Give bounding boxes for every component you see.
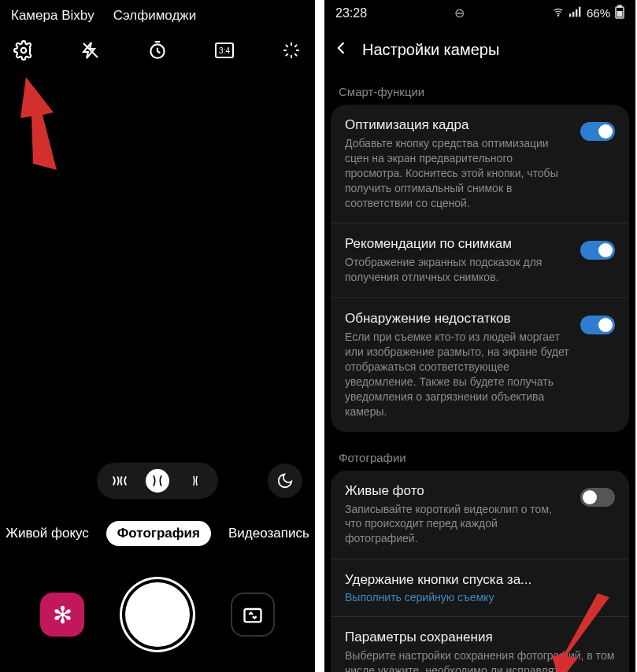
toggle-flaw-detection[interactable] <box>580 316 615 334</box>
night-mode-icon[interactable] <box>268 463 302 498</box>
status-icons: 66% <box>552 5 624 21</box>
gallery-thumbnail[interactable]: ✻ <box>40 593 84 637</box>
battery-percent: 66% <box>587 6 610 20</box>
switch-camera-icon[interactable] <box>231 593 275 637</box>
effects-icon[interactable] <box>279 38 304 63</box>
setting-title: Удержание кнопки спуска за... <box>345 572 615 588</box>
svg-rect-12 <box>618 6 621 7</box>
status-time: 23:28 <box>335 6 367 20</box>
mode-video[interactable]: Видеозапись <box>228 526 309 541</box>
timer-off-icon[interactable] <box>145 38 170 63</box>
setting-desc: Выберите настройки сохранения фотографий… <box>345 648 615 672</box>
svg-rect-13 <box>617 11 622 17</box>
setting-save-options[interactable]: Параметры сохранения Выберите настройки … <box>331 617 629 672</box>
toggle-motion-photo[interactable] <box>580 488 615 507</box>
setting-title: Параметры сохранения <box>345 630 615 645</box>
gear-icon[interactable] <box>11 38 36 63</box>
tab-bixby-camera[interactable]: Камера Bixby <box>11 8 94 24</box>
back-icon[interactable] <box>334 40 350 60</box>
pointer-arrow-settings <box>14 69 77 172</box>
svg-text:3:4: 3:4 <box>219 46 230 55</box>
setting-title: Живые фото <box>345 483 571 499</box>
section-smart-label: Смарт-функции <box>324 77 635 105</box>
setting-desc: Отображение экранных подсказок для получ… <box>345 255 571 285</box>
setting-shutter-hold[interactable]: Удержание кнопки спуска за... Выполнить … <box>331 559 629 617</box>
setting-scene-optimizer[interactable]: Оптимизация кадра Добавьте кнопку средст… <box>331 105 629 223</box>
setting-desc: Если при съемке кто-то из людей моргает … <box>345 330 571 419</box>
svg-point-6 <box>557 15 558 16</box>
setting-shot-suggestions[interactable]: Рекомендации по снимкам Отображение экра… <box>331 223 629 298</box>
svg-rect-5 <box>245 609 261 622</box>
setting-desc: Добавьте кнопку средства оптимизации сце… <box>345 136 571 210</box>
zoom-wide-icon[interactable] <box>146 469 169 493</box>
setting-title: Рекомендации по снимкам <box>345 236 571 252</box>
aspect-ratio-icon[interactable]: 3:4 <box>212 38 237 63</box>
svg-rect-10 <box>579 7 580 17</box>
toggle-scene-optimizer[interactable] <box>580 122 615 141</box>
page-title: Настройки камеры <box>362 41 499 59</box>
setting-title: Оптимизация кадра <box>345 117 571 133</box>
mode-photo[interactable]: Фотография <box>106 521 211 546</box>
signal-icon <box>569 6 582 20</box>
svg-rect-8 <box>572 12 574 17</box>
tab-selfiemoji[interactable]: Сэлфимоджи <box>113 8 197 24</box>
svg-point-0 <box>21 48 27 54</box>
shutter-button[interactable] <box>125 582 190 647</box>
svg-rect-9 <box>576 9 577 17</box>
battery-icon <box>615 5 624 21</box>
setting-flaw-detection[interactable]: Обнаружение недостатков Если при съемке … <box>331 298 629 431</box>
setting-value: Выполнить серийную съемку <box>345 591 615 604</box>
section-photos-label: Фотографии <box>324 443 635 471</box>
toggle-shot-suggestions[interactable] <box>580 241 615 260</box>
setting-motion-photo[interactable]: Живые фото Записывайте короткий видеокли… <box>331 471 629 560</box>
mode-live-focus[interactable]: Живой фокус <box>6 526 89 541</box>
zoom-tele-icon[interactable] <box>183 469 207 493</box>
setting-title: Обнаружение недостатков <box>345 311 571 327</box>
wifi-icon <box>552 6 565 20</box>
zoom-selector[interactable] <box>97 463 218 499</box>
flash-off-icon[interactable] <box>78 38 103 63</box>
setting-desc: Записывайте короткий видеоклип о том, чт… <box>345 502 571 547</box>
zoom-ultrawide-icon[interactable] <box>108 469 131 493</box>
svg-rect-7 <box>569 13 571 17</box>
